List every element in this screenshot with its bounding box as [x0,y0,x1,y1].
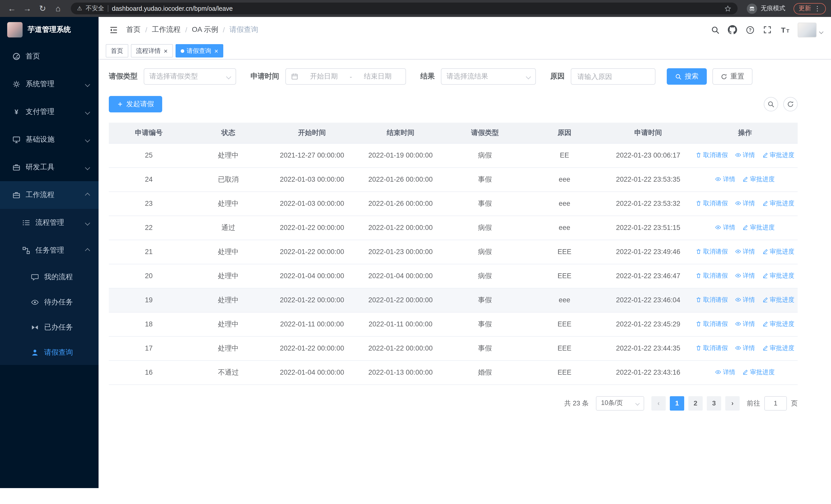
address-bar[interactable]: ⚠ 不安全 dashboard.yudao.iocoder.cn/bpm/oa/… [71,3,738,14]
result-select[interactable]: 请选择流结果 [441,68,536,85]
cancel-leave-link[interactable]: 取消请假 [695,247,728,256]
approval-progress-link[interactable]: 审批进度 [762,247,794,256]
sidebar-item-my-process[interactable]: 我的流程 [0,264,98,290]
breadcrumb-workflow[interactable]: 工作流程 [152,25,181,34]
approval-progress-link[interactable]: 审批进度 [762,151,794,159]
sidebar-item-task-mgmt[interactable]: 任务管理 [0,237,98,264]
table-row[interactable]: 18 处理中 2022-01-11 00:00:00 2022-01-11 00… [109,312,798,336]
sidebar-item-home[interactable]: 首页 [0,42,98,70]
cancel-leave-link[interactable]: 取消请假 [695,199,728,208]
approval-progress-link[interactable]: 审批进度 [742,175,775,184]
cancel-leave-link[interactable]: 取消请假 [695,151,728,159]
fullscreen-icon[interactable] [761,23,774,36]
next-page-button[interactable]: › [725,396,740,410]
logo-avatar [7,22,23,37]
sidebar-item-system-mgmt[interactable]: 系统管理 [0,70,98,98]
approval-progress-link[interactable]: 审批进度 [742,368,775,377]
eye-icon [735,273,741,279]
app-logo[interactable]: 芋道管理系统 [0,17,98,42]
browser-reload-icon[interactable]: ↻ [36,2,49,15]
table-row[interactable]: 17 处理中 2022-01-22 00:00:00 2022-01-22 00… [109,336,798,360]
user-avatar[interactable] [798,22,816,37]
page-1-button[interactable]: 1 [670,396,684,410]
detail-link[interactable]: 详情 [735,344,755,353]
browser-back-icon[interactable]: ← [5,2,19,15]
prev-page-button[interactable]: ‹ [651,396,666,410]
detail-link[interactable]: 详情 [735,271,755,280]
table-row[interactable]: 25 处理中 2021-12-27 00:00:00 2022-01-19 00… [109,143,798,167]
security-warning-label[interactable]: 不安全 [86,4,104,13]
tab-process-detail[interactable]: 流程详情 × [131,44,173,58]
close-icon[interactable]: × [214,48,218,54]
approval-progress-link[interactable]: 审批进度 [762,199,794,208]
reset-button[interactable]: 重置 [712,68,752,85]
create-leave-button[interactable]: 发起请假 [109,96,162,112]
sidebar-collapse-icon[interactable] [107,23,120,36]
close-icon[interactable]: × [164,48,168,54]
page-size-select[interactable]: 10条/页 [596,396,644,410]
github-icon[interactable] [726,23,739,36]
breadcrumb-oa-example[interactable]: OA 示例 [192,25,219,34]
table-row[interactable]: 20 处理中 2022-01-04 00:00:00 2022-01-04 00… [109,264,798,288]
detail-link[interactable]: 详情 [735,247,755,256]
table-row[interactable]: 16 不通过 2022-01-04 00:00:00 2022-01-13 00… [109,360,798,384]
search-icon[interactable] [708,23,722,36]
sidebar-item-process-mgmt[interactable]: 流程管理 [0,209,98,237]
detail-link[interactable]: 详情 [715,223,735,232]
sidebar-item-dev-tools[interactable]: 研发工具 [0,153,98,181]
detail-link[interactable]: 详情 [735,199,755,208]
sidebar-item-payment-mgmt[interactable]: 支付管理 [0,98,98,126]
detail-link[interactable]: 详情 [735,320,755,328]
cell-apply-id: 19 [109,288,189,312]
url-text[interactable]: dashboard.yudao.iocoder.cn/bpm/oa/leave [112,5,721,12]
sidebar-item-leave-query[interactable]: 请假查询 [0,340,98,365]
reason-input[interactable] [571,68,656,85]
table-row[interactable]: 23 处理中 2022-01-03 00:00:00 2022-01-26 00… [109,191,798,215]
table-row[interactable]: 22 通过 2022-01-22 00:00:00 2022-01-22 00:… [109,215,798,240]
sidebar-item-done-tasks[interactable]: 已办任务 [0,315,98,340]
browser-forward-icon[interactable]: → [21,2,34,15]
sidebar-item-todo-tasks[interactable]: 待办任务 [0,290,98,315]
cancel-leave-link[interactable]: 取消请假 [695,296,728,304]
sidebar-item-infrastructure[interactable]: 基础设施 [0,126,98,153]
goto-page-input[interactable] [764,396,787,410]
font-size-icon[interactable] [778,23,792,36]
sidebar-item-workflow[interactable]: 工作流程 [0,181,98,209]
table-row[interactable]: 24 已取消 2022-01-03 00:00:00 2022-01-26 00… [109,167,798,191]
cancel-leave-link[interactable]: 取消请假 [695,344,728,353]
breadcrumb-home[interactable]: 首页 [126,25,141,34]
table-search-button[interactable] [764,97,778,111]
detail-link[interactable]: 详情 [735,151,755,159]
tab-leave-query[interactable]: 请假查询 × [175,44,223,58]
cancel-leave-link[interactable]: 取消请假 [695,320,728,328]
detail-link[interactable]: 详情 [715,368,735,377]
table-refresh-button[interactable] [783,97,798,111]
approval-progress-link[interactable]: 审批进度 [762,344,794,353]
apply-time-range-picker[interactable]: 开始日期 - 结束日期 [285,68,406,85]
browser-home-icon[interactable]: ⌂ [51,2,65,15]
table-row[interactable]: 21 处理中 2022-01-22 00:00:00 2022-01-23 00… [109,240,798,264]
page-3-button[interactable]: 3 [707,396,721,410]
user-menu-caret-icon[interactable] [819,30,824,34]
approval-progress-link[interactable]: 审批进度 [742,223,775,232]
col-leave-type: 请假类型 [445,123,525,143]
leave-type-select[interactable]: 请选择请假类型 [144,68,236,85]
approval-progress-link[interactable]: 审批进度 [762,271,794,280]
search-button[interactable]: 搜索 [667,68,707,85]
table-row[interactable]: 19 处理中 2022-01-22 00:00:00 2022-01-22 00… [109,288,798,312]
approval-progress-link[interactable]: 审批进度 [762,296,794,304]
approval-progress-link[interactable]: 审批进度 [762,320,794,328]
cell-status: 处理中 [189,143,268,167]
detail-link[interactable]: 详情 [735,296,755,304]
bookmark-star-icon[interactable] [724,5,732,12]
detail-link[interactable]: 详情 [715,175,735,184]
cancel-leave-link[interactable]: 取消请假 [695,271,728,280]
help-icon[interactable] [743,23,756,36]
tab-home[interactable]: 首页 [106,44,128,58]
cell-reason: EEE [525,264,604,288]
security-warning-icon[interactable]: ⚠ [77,5,82,12]
cell-actions: 详情 审批进度 [692,167,798,191]
browser-menu-icon[interactable]: ⋮ [814,5,821,12]
page-2-button[interactable]: 2 [688,396,703,410]
browser-update-button[interactable]: 更新 ⋮ [794,3,826,14]
